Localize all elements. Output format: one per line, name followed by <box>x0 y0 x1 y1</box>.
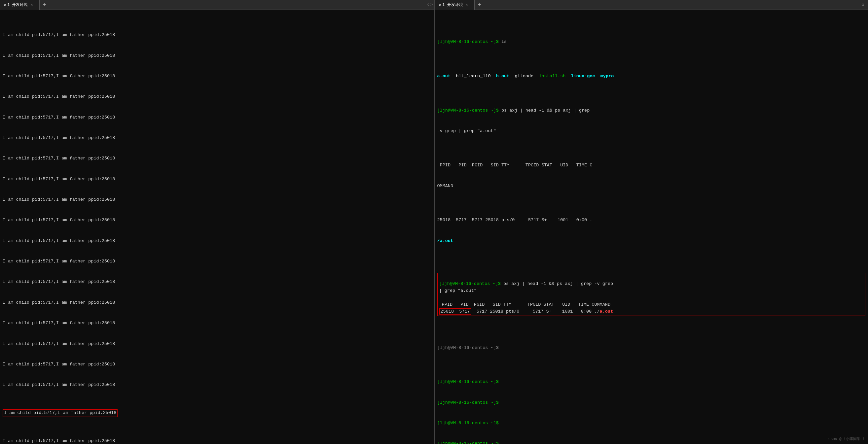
watermark: CSDN @Li小李同学Li <box>828 436 865 441</box>
left-line-5: I am child pid:5717,I am father ppid:250… <box>3 114 431 121</box>
left-line-6: I am child pid:5717,I am father ppid:250… <box>3 135 431 141</box>
left-line-17: I am child pid:5717,I am father ppid:250… <box>3 361 431 368</box>
left-line-11: I am child pid:5717,I am father ppid:250… <box>3 238 431 245</box>
left-line-3: I am child pid:5717,I am father ppid:250… <box>3 73 431 80</box>
left-tab-add[interactable]: + <box>40 2 50 8</box>
right-prompt-2: [ljh@VM-8-16-centos ~]$ ps axj | head -1… <box>437 107 866 114</box>
right-table-row: 25018 5717 5717 25018 pts/0 5717 S+ 1001… <box>439 308 613 315</box>
right-empty-3: [ljh@VM-8-16-centos ~]$ <box>437 420 866 427</box>
left-line-10: I am child pid:5717,I am father ppid:250… <box>3 217 431 224</box>
right-terminal-panel: [ljh@VM-8-16-centos ~]$ ls a.out bit_lea… <box>435 10 868 444</box>
left-tab-icon: ⚙ <box>4 3 6 7</box>
right-tab-icon: ⚙ <box>439 3 441 7</box>
left-highlighted-line: I am child pid:5717,I am father ppid:250… <box>3 409 118 417</box>
right-ps-data-1: 25018 5717 5717 25018 pts/0 5717 S+ 1001… <box>437 217 866 224</box>
right-ps-header-1: PPID PID PGID SID TTY TPGID STAT UID TIM… <box>437 162 866 169</box>
right-empty-1: [ljh@VM-8-16-centos ~]$ <box>437 379 866 386</box>
right-tab-add[interactable]: + <box>475 2 485 8</box>
left-nav-right[interactable]: > <box>430 3 433 7</box>
right-ps-header-2: OMMAND <box>437 183 866 190</box>
right-cmd2-prompt: [ljh@VM-8-16-centos ~]$ ps axj | head -1… <box>439 281 613 286</box>
left-line-20: I am child pid:5717,I am father ppid:250… <box>3 438 431 444</box>
left-line-15: I am child pid:5717,I am father ppid:250… <box>3 320 431 327</box>
right-red-box: [ljh@VM-8-16-centos ~]$ ps axj | head -1… <box>437 273 866 317</box>
right-cmd-cont: -v grep | grep "a.out" <box>437 128 866 135</box>
right-tab-label: 1 开发环境 <box>442 2 463 8</box>
right-empty-2: [ljh@VM-8-16-centos ~]$ <box>437 400 866 406</box>
left-line-9: I am child pid:5717,I am father ppid:250… <box>3 196 431 203</box>
right-tab[interactable]: ⚙ 1 开发环境 ✕ <box>435 0 475 10</box>
left-tab[interactable]: ⚙ 1 开发环境 ✕ <box>0 0 40 10</box>
right-ls-output-1: a.out bit_learn_110 b.out gitcode instal… <box>437 73 866 80</box>
left-line-18: I am child pid:5717,I am father ppid:250… <box>3 382 431 388</box>
left-line-4: I am child pid:5717,I am father ppid:250… <box>3 93 431 100</box>
right-prompt-1: [ljh@VM-8-16-centos ~]$ ls <box>437 39 866 45</box>
left-line-8: I am child pid:5717,I am father ppid:250… <box>3 176 431 183</box>
right-tab-close[interactable]: ✕ <box>466 3 468 7</box>
left-tab-label: 1 开发环境 <box>7 2 28 8</box>
left-line-12: I am child pid:5717,I am father ppid:250… <box>3 258 431 265</box>
right-cmd2-cont: | grep "a.out" <box>439 288 476 293</box>
right-faded-prompt: [ljh@VM-8-16-centos ~]$ <box>437 345 866 352</box>
right-nav-close[interactable]: ⊟ <box>862 2 864 7</box>
right-empty-4: [ljh@VM-8-16-centos ~]$ <box>437 440 866 444</box>
left-line-1: I am child pid:5717,I am father ppid:250… <box>3 32 431 39</box>
left-line-16: I am child pid:5717,I am father ppid:250… <box>3 341 431 348</box>
left-tab-close[interactable]: ✕ <box>30 3 33 7</box>
right-ps-data-1b: /a.out <box>437 238 866 245</box>
left-nav-left[interactable]: < <box>427 3 429 7</box>
app-container: ⚙ 1 开发环境 ✕ + < > ⚙ 1 开发环境 ✕ + ⊟ <box>0 0 868 444</box>
left-line-2: I am child pid:5717,I am father ppid:250… <box>3 53 431 59</box>
left-line-14: I am child pid:5717,I am father ppid:250… <box>3 299 431 306</box>
left-line-7: I am child pid:5717,I am father ppid:250… <box>3 155 431 162</box>
right-table-header: PPID PID PGID SID TTY TPGID STAT UID TIM… <box>439 302 611 307</box>
left-line-13: I am child pid:5717,I am father ppid:250… <box>3 279 431 286</box>
left-terminal-panel: I am child pid:5717,I am father ppid:250… <box>0 10 434 444</box>
